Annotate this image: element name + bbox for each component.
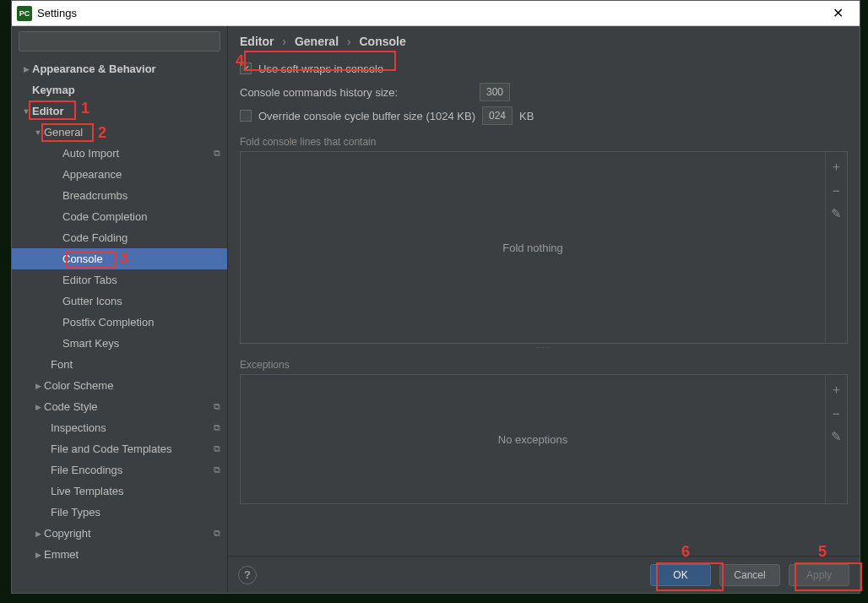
fold-panel-body: Fold nothing: [241, 152, 825, 343]
tree-editor[interactable]: ▼Editor: [12, 100, 227, 122]
settings-window: PC Settings ✕ 🔍 ▶Appearance & Behavior K…: [11, 0, 860, 594]
per-project-icon: ⧉: [214, 148, 220, 159]
use-soft-wraps-checkbox[interactable]: [240, 62, 252, 74]
tree-keymap[interactable]: Keymap: [12, 79, 227, 100]
tree-console[interactable]: Console: [12, 248, 227, 269]
override-buffer-input[interactable]: [482, 106, 513, 125]
add-icon[interactable]: ＋: [830, 159, 843, 175]
breadcrumb-console: Console: [360, 35, 406, 48]
override-buffer-label: Override console cycle buffer size (1024…: [258, 110, 475, 122]
tree-code-completion[interactable]: Code Completion: [12, 206, 227, 227]
exceptions-section-label: Exceptions: [240, 359, 848, 371]
chevron-right-icon: ›: [282, 35, 286, 48]
tree-smart-keys[interactable]: Smart Keys: [12, 333, 227, 354]
apply-button[interactable]: Apply: [789, 564, 849, 586]
per-project-icon: ⧉: [214, 443, 220, 454]
breadcrumb-editor[interactable]: Editor: [240, 35, 274, 48]
app-icon: PC: [17, 6, 32, 21]
tree-code-style[interactable]: ▶Code Style⧉: [12, 396, 227, 417]
tree-auto-import[interactable]: Auto Import⧉: [12, 143, 227, 164]
remove-icon[interactable]: −: [833, 406, 840, 421]
tree-color-scheme[interactable]: ▶Color Scheme: [12, 375, 227, 396]
breadcrumb: Editor › General › Console: [228, 26, 860, 52]
settings-tree: ▶Appearance & Behavior Keymap ▼Editor ▼G…: [12, 57, 227, 593]
button-bar: ? OK Cancel Apply: [228, 556, 860, 593]
ok-button[interactable]: OK: [650, 564, 711, 586]
tree-copyright[interactable]: ▶Copyright⧉: [12, 523, 227, 544]
tree-font[interactable]: Font: [12, 354, 227, 375]
window-title: Settings: [37, 7, 821, 19]
tree-live-templates[interactable]: Live Templates: [12, 481, 227, 502]
history-size-label: Console commands history size:: [240, 86, 473, 99]
tree-emmet[interactable]: ▶Emmet: [12, 544, 227, 565]
use-soft-wraps-label: Use soft wraps in console: [258, 62, 383, 75]
tree-inspections[interactable]: Inspections⧉: [12, 417, 227, 438]
help-button[interactable]: ?: [238, 566, 257, 584]
remove-icon[interactable]: −: [833, 183, 840, 198]
exceptions-panel: No exceptions ＋ − ✎: [240, 374, 848, 504]
add-icon[interactable]: ＋: [830, 382, 843, 398]
tree-general[interactable]: ▼General: [12, 122, 227, 143]
override-buffer-checkbox[interactable]: [240, 110, 252, 122]
per-project-icon: ⧉: [214, 464, 220, 475]
breadcrumb-general[interactable]: General: [295, 35, 339, 48]
dialog-body: 🔍 ▶Appearance & Behavior Keymap ▼Editor …: [12, 26, 860, 593]
close-button[interactable]: ✕: [821, 5, 854, 21]
override-buffer-unit: KB: [519, 110, 534, 122]
fold-section-label: Fold console lines that contain: [240, 136, 848, 148]
tree-file-code-templates[interactable]: File and Code Templates⧉: [12, 438, 227, 459]
tree-breadcrumbs[interactable]: Breadcrumbs: [12, 185, 227, 206]
settings-area: Use soft wraps in console Console comman…: [228, 52, 860, 556]
tree-code-folding[interactable]: Code Folding: [12, 227, 227, 248]
edit-icon[interactable]: ✎: [831, 206, 842, 221]
tree-appearance-sub[interactable]: Appearance: [12, 164, 227, 185]
resize-grip[interactable]: ┄┄┄: [240, 344, 848, 350]
tree-editor-tabs[interactable]: Editor Tabs: [12, 269, 227, 291]
per-project-icon: ⧉: [214, 528, 220, 539]
cancel-button[interactable]: Cancel: [719, 564, 780, 586]
tree-file-encodings[interactable]: File Encodings⧉: [12, 459, 227, 481]
titlebar: PC Settings ✕: [12, 1, 860, 26]
fold-panel: Fold nothing ＋ − ✎: [240, 151, 848, 344]
search-input[interactable]: [19, 31, 220, 52]
sidebar: 🔍 ▶Appearance & Behavior Keymap ▼Editor …: [12, 26, 228, 593]
tree-postfix-completion[interactable]: Postfix Completion: [12, 312, 227, 333]
tree-appearance-behavior[interactable]: ▶Appearance & Behavior: [12, 58, 227, 79]
content-panel: Editor › General › Console Use soft wrap…: [228, 26, 860, 593]
per-project-icon: ⧉: [214, 401, 220, 412]
use-soft-wraps-row[interactable]: Use soft wraps in console: [240, 57, 848, 80]
tree-file-types[interactable]: File Types: [12, 502, 227, 523]
exceptions-panel-body: No exceptions: [241, 375, 825, 503]
history-size-input[interactable]: [480, 83, 510, 101]
tree-gutter-icons[interactable]: Gutter Icons: [12, 291, 227, 312]
edit-icon[interactable]: ✎: [831, 429, 842, 444]
chevron-right-icon: ›: [347, 35, 351, 48]
per-project-icon: ⧉: [214, 422, 220, 433]
